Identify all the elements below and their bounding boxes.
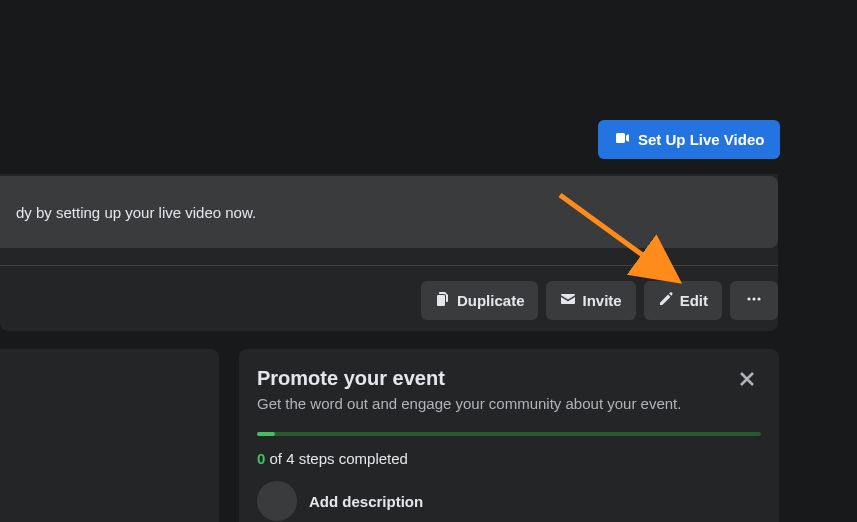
set-up-live-video-button[interactable]: Set Up Live Video bbox=[598, 120, 780, 159]
more-button[interactable] bbox=[730, 281, 778, 320]
live-video-banner: dy by setting up your live video now. bbox=[0, 176, 778, 248]
svg-point-2 bbox=[757, 297, 760, 300]
close-icon bbox=[737, 369, 757, 393]
duplicate-button[interactable]: Duplicate bbox=[421, 281, 539, 320]
close-button[interactable] bbox=[729, 363, 765, 399]
promote-title: Promote your event bbox=[257, 367, 761, 390]
step-row[interactable]: Add description bbox=[257, 481, 761, 521]
video-camera-icon bbox=[614, 130, 630, 149]
svg-point-1 bbox=[752, 297, 755, 300]
edit-label: Edit bbox=[680, 292, 708, 309]
duplicate-label: Duplicate bbox=[457, 292, 525, 309]
promote-event-panel: Promote your event Get the word out and … bbox=[239, 349, 779, 522]
step-label: Add description bbox=[309, 493, 423, 510]
envelope-icon bbox=[560, 291, 576, 310]
progress-bar bbox=[257, 432, 761, 436]
event-action-row: Duplicate Invite Edit bbox=[0, 281, 778, 320]
steps-total-text: of 4 steps completed bbox=[265, 450, 408, 467]
pencil-icon bbox=[658, 291, 674, 310]
header-divider bbox=[0, 265, 778, 266]
step-icon-placeholder bbox=[257, 481, 297, 521]
invite-label: Invite bbox=[582, 292, 621, 309]
steps-completed-text: 0 of 4 steps completed bbox=[257, 450, 761, 467]
progress-fill bbox=[257, 432, 275, 436]
invite-button[interactable]: Invite bbox=[546, 281, 635, 320]
left-side-panel bbox=[0, 349, 219, 522]
banner-text: dy by setting up your live video now. bbox=[16, 204, 256, 221]
svg-point-0 bbox=[747, 297, 750, 300]
copy-icon bbox=[435, 291, 451, 310]
promote-subtitle: Get the word out and engage your communi… bbox=[257, 394, 761, 414]
set-up-live-video-label: Set Up Live Video bbox=[638, 131, 764, 148]
ellipsis-icon bbox=[746, 291, 762, 310]
edit-button[interactable]: Edit bbox=[644, 281, 722, 320]
